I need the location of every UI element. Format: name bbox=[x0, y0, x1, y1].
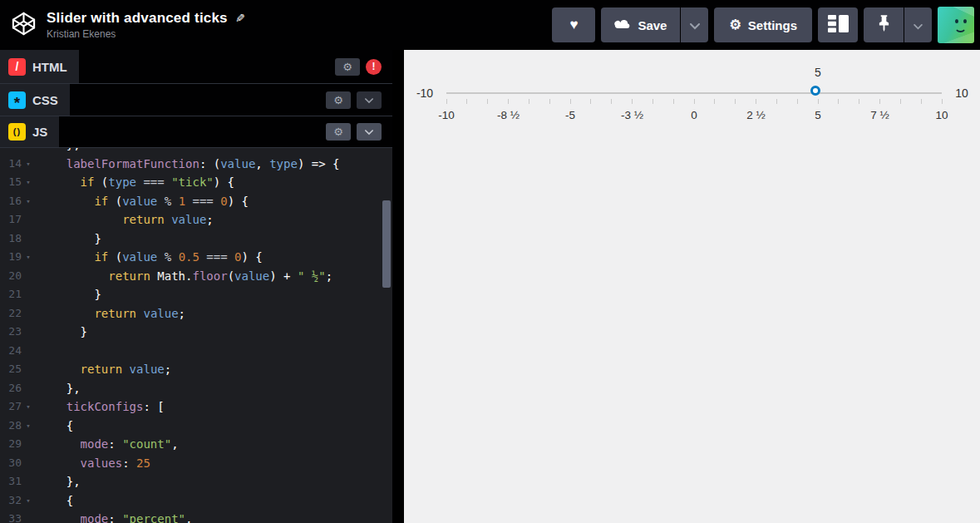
code-line: 15▾ if (type === "tick") { bbox=[0, 173, 392, 192]
avatar-smiley-icon bbox=[955, 19, 958, 23]
code-line: 18 } bbox=[0, 229, 392, 249]
line-number: 32 bbox=[0, 491, 22, 511]
css-settings-button[interactable]: ⚙ bbox=[326, 91, 351, 109]
save-button-group: Save bbox=[601, 7, 708, 42]
code-line-text: }, bbox=[35, 148, 81, 155]
slider-ticks: -10-8 ½-5-3 ½02 ½57 ½10 bbox=[446, 99, 942, 149]
slider-tick bbox=[694, 99, 695, 104]
fold-arrow-icon[interactable]: ▾ bbox=[22, 397, 35, 417]
line-number: 27 bbox=[0, 397, 22, 417]
change-view-button[interactable] bbox=[818, 7, 858, 42]
code-line: 24 bbox=[0, 342, 392, 361]
fold-gutter bbox=[22, 148, 35, 155]
js-settings-button[interactable]: ⚙ bbox=[326, 123, 351, 141]
fold-arrow-icon[interactable]: ▾ bbox=[22, 248, 35, 267]
slider-tick bbox=[921, 99, 922, 104]
code-line-text: mode: "count", bbox=[35, 435, 179, 454]
fold-arrow-icon[interactable]: ▾ bbox=[22, 173, 35, 192]
save-button-label: Save bbox=[638, 18, 667, 32]
js-collapse-button[interactable] bbox=[357, 123, 382, 141]
fold-gutter bbox=[22, 360, 35, 379]
cloud-icon bbox=[614, 18, 631, 32]
slider-tick-label: 10 bbox=[921, 109, 963, 121]
line-number: 33 bbox=[0, 510, 22, 523]
save-dropdown-button[interactable] bbox=[681, 7, 708, 42]
slider-handle[interactable] bbox=[810, 86, 820, 96]
line-number: 13 bbox=[0, 148, 22, 155]
slider-handle-value-label: 5 bbox=[801, 66, 835, 79]
code-line: 23 } bbox=[0, 323, 392, 342]
gear-icon: ⚙ bbox=[729, 18, 741, 32]
line-number: 19 bbox=[0, 248, 22, 267]
edit-title-pencil-icon[interactable]: ✎ bbox=[235, 12, 245, 25]
settings-button-label: Settings bbox=[748, 18, 797, 32]
chevron-down-icon bbox=[365, 95, 373, 106]
slider-tick-label: -3 ½ bbox=[612, 109, 653, 121]
line-number: 23 bbox=[0, 323, 22, 342]
slider-tick bbox=[818, 99, 819, 104]
codepen-logo-icon[interactable] bbox=[11, 11, 37, 40]
tab-html[interactable]: / HTML bbox=[0, 50, 79, 83]
fold-gutter bbox=[22, 342, 35, 361]
editor-scrollbar-thumb[interactable] bbox=[382, 200, 391, 288]
slider-tick-label: 2 ½ bbox=[736, 109, 777, 121]
slider-tick bbox=[653, 99, 653, 104]
slider-tick bbox=[487, 99, 488, 104]
html-settings-button[interactable]: ⚙ bbox=[335, 58, 360, 76]
fold-gutter bbox=[22, 210, 35, 229]
slider-tick bbox=[673, 99, 674, 104]
slider-tick-label: -8 ½ bbox=[488, 109, 529, 121]
fold-arrow-icon[interactable]: ▾ bbox=[22, 417, 35, 436]
code-line-text: { bbox=[35, 417, 73, 436]
gear-icon: ⚙ bbox=[342, 62, 352, 72]
code-line-text: } bbox=[35, 323, 87, 342]
fold-gutter bbox=[22, 454, 35, 473]
fold-gutter bbox=[22, 379, 35, 398]
slider-tick bbox=[776, 99, 777, 104]
slider-tick-label: 5 bbox=[797, 109, 839, 121]
panel-divider[interactable] bbox=[392, 50, 404, 523]
fold-gutter bbox=[22, 267, 35, 286]
preview-pane: -10 -10-8 ½-5-3 ½02 ½57 ½10 5 10 bbox=[404, 50, 980, 523]
line-number: 30 bbox=[0, 454, 22, 473]
chevron-down-icon bbox=[690, 18, 700, 32]
settings-button[interactable]: ⚙ Settings bbox=[714, 7, 812, 42]
code-line-text: return value; bbox=[35, 304, 185, 323]
pen-author[interactable]: Kristian Ekenes bbox=[47, 28, 245, 40]
slider-tick-label: -10 bbox=[426, 109, 467, 121]
fold-arrow-icon[interactable]: ▾ bbox=[22, 192, 35, 211]
slider-tick bbox=[508, 99, 509, 104]
slider-track[interactable] bbox=[446, 92, 942, 94]
code-line-text: return Math.floor(value) + " ½"; bbox=[35, 267, 332, 286]
slider-tick bbox=[611, 99, 612, 104]
js-code-editor[interactable]: 13 },14▾ labelFormatFunction: (value, ty… bbox=[0, 148, 392, 523]
save-button[interactable]: Save bbox=[601, 7, 680, 42]
line-number: 28 bbox=[0, 417, 22, 436]
love-button[interactable]: ♥ bbox=[552, 7, 595, 42]
html-file-icon: / bbox=[8, 58, 26, 76]
user-avatar[interactable] bbox=[938, 7, 974, 43]
code-line-text: labelFormatFunction: (value, type) => { bbox=[35, 155, 339, 174]
pin-dropdown-button[interactable] bbox=[904, 7, 932, 42]
slider-tick bbox=[756, 99, 756, 104]
fold-gutter bbox=[22, 472, 35, 491]
slider-tick bbox=[529, 99, 529, 104]
main-split: / HTML ⚙ ! * CSS ⚙ bbox=[0, 50, 980, 523]
tab-css[interactable]: * CSS bbox=[0, 84, 70, 116]
code-line: 30 values: 25 bbox=[0, 454, 392, 473]
pin-button[interactable] bbox=[864, 7, 904, 42]
fold-arrow-icon[interactable]: ▾ bbox=[22, 155, 35, 174]
tab-js[interactable]: () JS bbox=[0, 116, 59, 147]
fold-gutter bbox=[22, 435, 35, 454]
html-error-badge[interactable]: ! bbox=[366, 59, 382, 75]
pin-button-group bbox=[864, 7, 932, 42]
slider-tick bbox=[466, 99, 467, 104]
tab-css-label: CSS bbox=[32, 93, 58, 107]
fold-arrow-icon[interactable]: ▾ bbox=[22, 491, 35, 511]
code-line: 26 }, bbox=[0, 379, 392, 398]
slider-tick bbox=[714, 99, 715, 104]
css-collapse-button[interactable] bbox=[357, 91, 382, 109]
code-line: 20 return Math.floor(value) + " ½"; bbox=[0, 267, 392, 286]
slider-tick bbox=[735, 99, 736, 104]
js-file-icon: () bbox=[8, 123, 26, 141]
